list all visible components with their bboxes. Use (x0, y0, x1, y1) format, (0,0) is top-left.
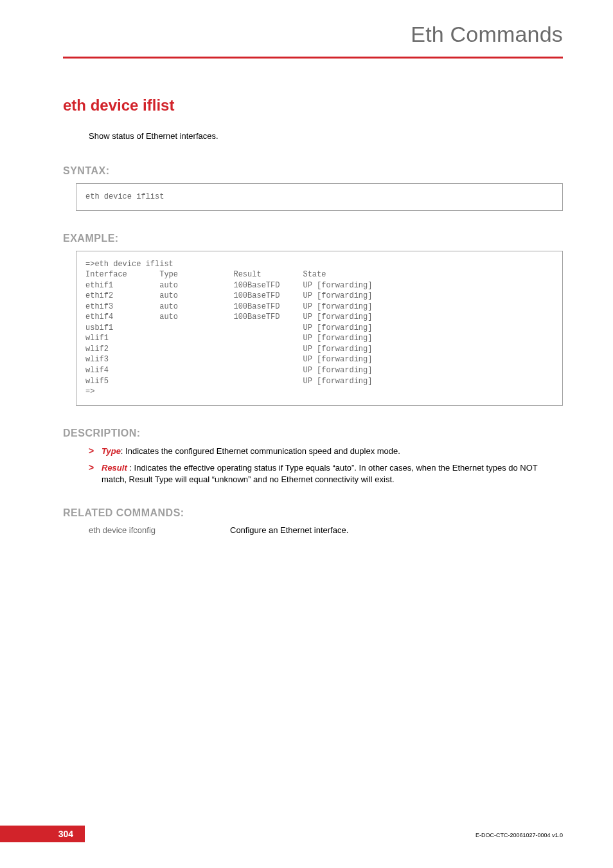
command-intro: Show status of Ethernet interfaces. (89, 131, 563, 141)
document-id: E-DOC-CTC-20061027-0004 v1.0 (475, 832, 563, 838)
page-number-badge: 304 (0, 826, 85, 842)
description-term: Result (102, 463, 127, 473)
description-body: Indicates the configured Ethernet commun… (125, 446, 400, 456)
command-title: eth device iflist (63, 96, 563, 114)
page-header-title: Eth Commands (411, 22, 563, 47)
page-footer: 304 E-DOC-CTC-20061027-0004 v1.0 (0, 826, 613, 842)
syntax-heading: SYNTAX: (63, 165, 563, 177)
bullet-icon: > (89, 462, 102, 473)
description-sep: : (121, 446, 125, 456)
header-rule (63, 57, 563, 59)
description-text: Result : Indicates the effective operati… (102, 462, 563, 485)
example-code: =>eth device iflist Interface Type Resul… (76, 251, 563, 406)
example-heading: EXAMPLE: (63, 233, 563, 244)
list-item: > Type: Indicates the configured Etherne… (89, 446, 563, 457)
related-command-desc: Configure an Ethernet interface. (230, 525, 563, 535)
description-heading: DESCRIPTION: (63, 428, 563, 439)
description-body: Indicates the effective operating status… (102, 463, 538, 484)
related-commands-table: eth device ifconfig Configure an Etherne… (89, 525, 563, 535)
description-term: Type (102, 446, 121, 456)
description-text: Type: Indicates the configured Ethernet … (102, 446, 563, 457)
table-row: eth device ifconfig Configure an Etherne… (89, 525, 563, 535)
description-list: > Type: Indicates the configured Etherne… (89, 446, 563, 486)
bullet-icon: > (89, 446, 102, 457)
related-heading: RELATED COMMANDS: (63, 507, 563, 519)
syntax-code: eth device iflist (76, 183, 563, 211)
related-command-name: eth device ifconfig (89, 525, 230, 535)
list-item: > Result : Indicates the effective opera… (89, 462, 563, 485)
description-sep: : (127, 463, 134, 473)
